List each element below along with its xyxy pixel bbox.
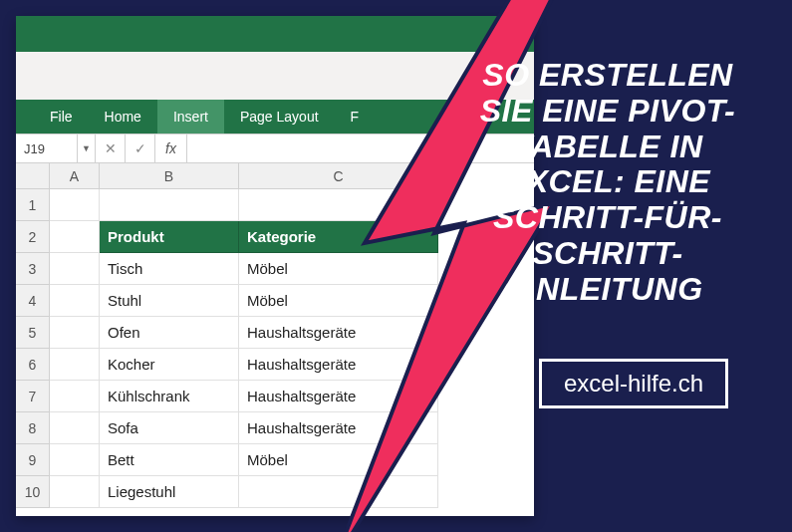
fx-icon[interactable]: fx — [155, 134, 187, 162]
cell[interactable] — [50, 253, 100, 285]
cell[interactable]: Möbel — [239, 444, 438, 476]
cell[interactable]: Kühlschrank — [100, 381, 239, 412]
cell[interactable]: Haushaltsgeräte — [239, 381, 438, 412]
table-header-cell[interactable]: Kategorie — [239, 221, 438, 253]
left-column: 1 2 3 4 5 6 7 8 9 10 — [16, 163, 50, 516]
cell[interactable]: Haushaltsgeräte — [239, 349, 438, 381]
table-row: Sofa Haushaltsgeräte — [50, 412, 534, 444]
cell[interactable]: Stuhl — [100, 285, 239, 317]
tab-insert[interactable]: Insert — [157, 100, 224, 133]
cell[interactable]: Sofa — [100, 412, 239, 444]
excel-title-bar — [16, 16, 534, 52]
table-row: Kühlschrank Haushaltsgeräte — [50, 381, 534, 412]
table-row: Liegestuhl — [50, 476, 534, 508]
cell[interactable] — [50, 476, 100, 508]
row-header[interactable]: 3 — [16, 253, 50, 285]
tab-formulas-partial[interactable]: F — [335, 100, 376, 133]
cell[interactable] — [239, 476, 438, 508]
cell[interactable] — [50, 412, 100, 444]
cell[interactable]: Möbel — [239, 285, 438, 317]
promo-badge: excel-hilfe.ch — [539, 359, 728, 408]
tab-file[interactable]: File — [34, 100, 89, 133]
cell[interactable] — [50, 221, 100, 253]
cell[interactable] — [50, 381, 100, 412]
table-header-cell[interactable]: Produkt — [100, 221, 239, 253]
row-header[interactable]: 5 — [16, 317, 50, 349]
table-row: Ofen Haushaltsgeräte — [50, 317, 534, 349]
row-header[interactable]: 2 — [16, 221, 50, 253]
cell[interactable] — [50, 349, 100, 381]
row-header[interactable]: 4 — [16, 285, 50, 317]
row-header[interactable]: 1 — [16, 189, 50, 221]
cell[interactable] — [50, 444, 100, 476]
enter-icon[interactable]: ✓ — [126, 134, 155, 162]
row-header[interactable]: 8 — [16, 412, 50, 444]
promo-title: So erstellen Sie eine Pivot-Tabelle in E… — [453, 58, 762, 308]
cell[interactable] — [50, 317, 100, 349]
select-all-corner[interactable] — [16, 163, 50, 189]
cell[interactable]: Ofen — [100, 317, 239, 349]
cell[interactable] — [100, 189, 239, 221]
row-header[interactable]: 9 — [16, 444, 50, 476]
cell[interactable] — [239, 189, 438, 221]
name-box[interactable]: J19 — [16, 134, 78, 162]
row-header[interactable]: 10 — [16, 476, 50, 508]
cell[interactable] — [50, 285, 100, 317]
cell[interactable]: Tisch — [100, 253, 239, 285]
tab-page-layout[interactable]: Page Layout — [224, 100, 335, 133]
name-box-dropdown-icon[interactable]: ▼ — [78, 134, 96, 162]
cell[interactable]: Möbel — [239, 253, 438, 285]
col-header[interactable]: A — [50, 163, 100, 189]
cell[interactable]: Haushaltsgeräte — [239, 412, 438, 444]
row-header[interactable]: 7 — [16, 381, 50, 412]
col-header[interactable]: C — [239, 163, 438, 189]
cancel-icon[interactable]: ✕ — [96, 134, 126, 162]
row-headers: 1 2 3 4 5 6 7 8 9 10 — [16, 189, 50, 508]
col-header[interactable]: B — [100, 163, 239, 189]
cell[interactable]: Kocher — [100, 349, 239, 381]
cell[interactable]: Haushaltsgeräte — [239, 317, 438, 349]
table-row: Bett Möbel — [50, 444, 534, 476]
cell[interactable] — [50, 189, 100, 221]
cell[interactable]: Liegestuhl — [100, 476, 239, 508]
cell[interactable]: Bett — [100, 444, 239, 476]
row-header[interactable]: 6 — [16, 349, 50, 381]
tab-home[interactable]: Home — [89, 100, 157, 133]
table-row: Kocher Haushaltsgeräte — [50, 349, 534, 381]
